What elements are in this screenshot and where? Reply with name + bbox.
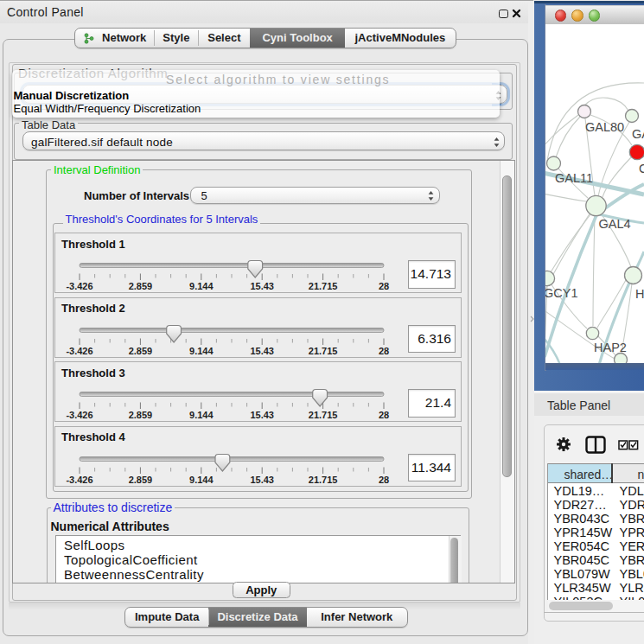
svg-text:2.859: 2.859: [129, 475, 153, 485]
svg-text:21.715: 21.715: [309, 410, 338, 420]
svg-text:28: 28: [379, 281, 389, 291]
svg-text:9.144: 9.144: [189, 281, 214, 291]
svg-text:15.43: 15.43: [250, 281, 274, 291]
svg-text:2.859: 2.859: [129, 410, 153, 420]
svg-text:15.43: 15.43: [250, 475, 274, 485]
svg-text:21.715: 21.715: [309, 346, 338, 356]
svg-text:28: 28: [379, 346, 389, 356]
svg-text:-3.426: -3.426: [66, 281, 92, 291]
svg-text:9.144: 9.144: [189, 410, 214, 420]
svg-text:-3.426: -3.426: [66, 475, 92, 485]
svg-text:21.715: 21.715: [309, 281, 338, 291]
svg-text:GAL11: GAL11: [555, 171, 593, 185]
svg-text:9.144: 9.144: [189, 475, 214, 485]
svg-text:21.715: 21.715: [309, 475, 338, 485]
svg-text:GAL4: GAL4: [599, 217, 631, 231]
svg-text:2.859: 2.859: [129, 281, 153, 291]
svg-text:15.43: 15.43: [250, 410, 274, 420]
svg-text:GA: GA: [632, 127, 644, 141]
svg-text:GCY1: GCY1: [545, 286, 578, 300]
svg-text:15.43: 15.43: [250, 346, 274, 356]
svg-text:-3.426: -3.426: [66, 346, 92, 356]
svg-text:2.859: 2.859: [129, 346, 153, 356]
svg-text:9.144: 9.144: [189, 346, 214, 356]
svg-text:HI: HI: [635, 287, 644, 301]
svg-text:-3.426: -3.426: [66, 410, 92, 420]
svg-text:HAP2: HAP2: [594, 341, 627, 354]
svg-text:28: 28: [379, 410, 389, 420]
svg-text:28: 28: [379, 475, 389, 485]
svg-text:CY: CY: [639, 162, 644, 175]
svg-text:GAL80: GAL80: [585, 120, 624, 134]
